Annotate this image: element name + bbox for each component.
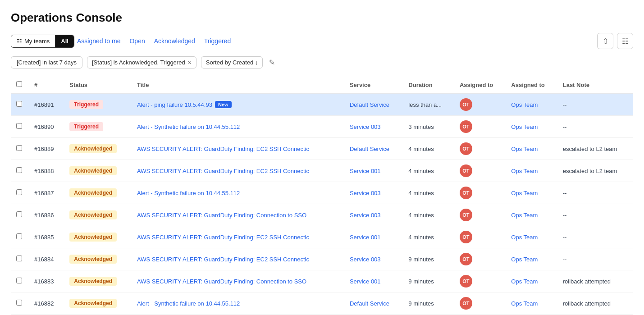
col-title: Title	[132, 77, 344, 93]
columns-button[interactable]: ☷	[617, 33, 633, 49]
row-title-link-1[interactable]: Alert - Synthetic failure on 10.44.55.11…	[137, 123, 240, 130]
row-duration-5: 4 minutes	[403, 204, 454, 226]
row-service-link-5[interactable]: Service 003	[350, 212, 381, 219]
row-title-link-8[interactable]: AWS SECURITY ALERT: GuardDuty Finding: C…	[137, 278, 306, 285]
avatar-8: OT	[460, 275, 472, 288]
row-service-3: Service 001	[344, 160, 403, 182]
row-checkbox-6[interactable]	[16, 233, 22, 239]
select-all-checkbox[interactable]	[16, 81, 22, 87]
status-badge-1: Triggered	[69, 122, 103, 131]
filters-row: [Created] in last 7 days [Status] is Ack…	[11, 56, 633, 68]
my-teams-filter-button[interactable]: ☷ My teams	[11, 35, 55, 47]
new-badge-0: New	[215, 101, 232, 108]
select-all-header	[11, 77, 29, 93]
row-checkbox-9[interactable]	[16, 300, 22, 306]
row-title-link-2[interactable]: AWS SECURITY ALERT: GuardDuty Finding: E…	[137, 146, 309, 152]
tab-open[interactable]: Open	[129, 35, 145, 47]
status-filter-chip[interactable]: [Status] is Acknowledged, Triggered ×	[87, 56, 196, 68]
row-service-link-9[interactable]: Default Service	[350, 300, 389, 307]
row-service-link-1[interactable]: Service 003	[350, 123, 381, 130]
row-title-cell-5: AWS SECURITY ALERT: GuardDuty Finding: C…	[132, 204, 344, 226]
row-title-link-9[interactable]: Alert - Synthetic failure on 10.44.55.11…	[137, 300, 240, 307]
row-duration-0: less than a...	[403, 93, 454, 116]
row-avatar-8: OT	[454, 270, 506, 292]
row-avatar-0: OT	[454, 93, 506, 116]
all-filter-button[interactable]: All	[55, 35, 74, 47]
created-filter-chip[interactable]: [Created] in last 7 days	[11, 56, 82, 68]
row-service-6: Service 001	[344, 226, 403, 248]
table-row: #16885 Acknowledged AWS SECURITY ALERT: …	[11, 226, 633, 248]
row-service-link-2[interactable]: Default Service	[350, 146, 389, 152]
row-service-link-4[interactable]: Service 003	[350, 190, 381, 196]
nav-tabs: Assigned to me Open Acknowledged Trigger…	[77, 35, 231, 47]
row-team-link-3[interactable]: Ops Team	[511, 168, 538, 174]
row-title-link-0[interactable]: Alert - ping failure 10.5.44.93	[137, 101, 212, 108]
table-row: #16882 Acknowledged Alert - Synthetic fa…	[11, 292, 633, 315]
row-team-0: Ops Team	[506, 93, 557, 116]
table-row: #16886 Acknowledged AWS SECURITY ALERT: …	[11, 204, 633, 226]
avatar-4: OT	[460, 187, 472, 199]
row-team-link-1[interactable]: Ops Team	[511, 123, 538, 130]
row-team-7: Ops Team	[506, 248, 557, 270]
table-row: #16891 Triggered Alert - ping failure 10…	[11, 93, 633, 116]
row-team-link-5[interactable]: Ops Team	[511, 212, 538, 219]
row-status-2: Acknowledged	[64, 138, 132, 160]
row-team-link-8[interactable]: Ops Team	[511, 278, 538, 285]
created-filter-label: [Created] in last 7 days	[17, 59, 77, 66]
row-status-4: Acknowledged	[64, 182, 132, 204]
row-title-link-4[interactable]: Alert - Synthetic failure on 10.44.55.11…	[137, 190, 240, 196]
row-team-link-4[interactable]: Ops Team	[511, 190, 538, 196]
row-checkbox-8[interactable]	[16, 278, 22, 283]
row-checkbox-4[interactable]	[16, 189, 22, 195]
row-title-cell-9: Alert - Synthetic failure on 10.44.55.11…	[132, 292, 344, 315]
status-filter-label: [Status] is Acknowledged, Triggered	[92, 59, 185, 66]
row-service-link-6[interactable]: Service 001	[350, 234, 381, 241]
edit-filters-button[interactable]: ✎	[267, 56, 277, 68]
export-icon: ⇧	[603, 37, 608, 46]
tab-triggered[interactable]: Triggered	[204, 35, 231, 47]
row-checkbox-3[interactable]	[16, 167, 22, 173]
row-team-link-7[interactable]: Ops Team	[511, 256, 538, 263]
all-label: All	[61, 38, 69, 45]
row-team-link-2[interactable]: Ops Team	[511, 146, 538, 152]
my-teams-label: My teams	[24, 38, 50, 45]
row-service-link-8[interactable]: Service 001	[350, 278, 381, 285]
col-assigned-team: Assigned to	[506, 77, 557, 93]
row-checkbox-2[interactable]	[16, 145, 22, 151]
row-service-7: Service 003	[344, 248, 403, 270]
row-title-link-3[interactable]: AWS SECURITY ALERT: GuardDuty Finding: E…	[137, 168, 309, 174]
row-id-3: #16888	[29, 160, 64, 182]
row-checkbox-cell-3	[11, 160, 29, 182]
row-status-6: Acknowledged	[64, 226, 132, 248]
row-title-link-6[interactable]: AWS SECURITY ALERT: GuardDuty Finding: E…	[137, 234, 309, 241]
row-id-8: #16883	[29, 270, 64, 292]
row-avatar-6: OT	[454, 226, 506, 248]
tab-acknowledged[interactable]: Acknowledged	[154, 35, 195, 47]
row-id-4: #16887	[29, 182, 64, 204]
row-checkbox-0[interactable]	[16, 101, 22, 107]
row-checkbox-cell-5	[11, 204, 29, 226]
row-team-link-0[interactable]: Ops Team	[511, 101, 538, 108]
row-last-note-4: --	[557, 182, 633, 204]
row-service-link-0[interactable]: Default Service	[350, 101, 389, 108]
filter-icon: ☷	[17, 38, 22, 45]
toolbar-left: ☷ My teams All Assigned to me Open Ackno…	[11, 35, 231, 48]
row-checkbox-5[interactable]	[16, 211, 22, 217]
row-checkbox-7[interactable]	[16, 256, 22, 261]
row-service-link-3[interactable]: Service 001	[350, 168, 381, 174]
row-title-link-5[interactable]: AWS SECURITY ALERT: GuardDuty Finding: C…	[137, 212, 306, 219]
row-checkbox-cell-9	[11, 292, 29, 315]
status-filter-remove[interactable]: ×	[188, 59, 192, 66]
export-button[interactable]: ⇧	[597, 33, 613, 49]
status-badge-6: Acknowledged	[69, 233, 117, 242]
row-team-link-6[interactable]: Ops Team	[511, 234, 538, 241]
row-title-link-7[interactable]: AWS SECURITY ALERT: GuardDuty Finding: E…	[137, 256, 309, 263]
sort-chip[interactable]: Sorted by Created ↓	[201, 56, 263, 68]
row-title-cell-4: Alert - Synthetic failure on 10.44.55.11…	[132, 182, 344, 204]
row-service-link-7[interactable]: Service 003	[350, 256, 381, 263]
incidents-table: # Status Title Service Duration Assigned…	[11, 77, 633, 315]
row-team-link-9[interactable]: Ops Team	[511, 300, 538, 307]
row-duration-3: 4 minutes	[403, 160, 454, 182]
row-checkbox-1[interactable]	[16, 123, 22, 129]
tab-assigned-to-me[interactable]: Assigned to me	[77, 35, 121, 47]
